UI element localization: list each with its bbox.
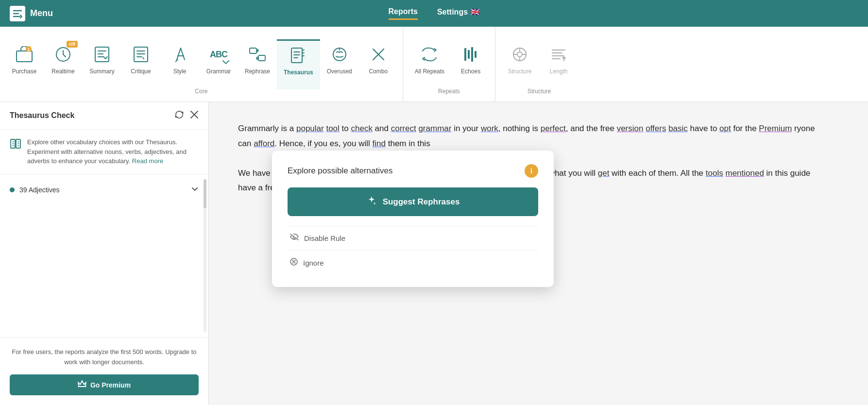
word-mentioned[interactable]: mentioned xyxy=(725,169,764,178)
popup-title: Explore possible alternatives xyxy=(288,166,392,176)
sparkle-icon xyxy=(366,195,377,208)
suggest-rephrases-button[interactable]: Suggest Rephrases xyxy=(288,187,538,216)
word-check[interactable]: check xyxy=(351,124,372,133)
summary-label: Summary xyxy=(89,68,114,75)
toolbar-item-rephrase[interactable]: Rephrase xyxy=(238,40,277,88)
menu-label: Menu xyxy=(30,8,53,18)
structure-icon xyxy=(510,45,529,64)
crown-icon xyxy=(78,380,86,389)
adjectives-label: 39 Adjectives xyxy=(19,186,60,194)
close-button[interactable] xyxy=(190,110,199,121)
eye-slash-icon xyxy=(289,233,299,243)
toolbar-item-thesaurus[interactable]: Thesaurus xyxy=(277,39,320,89)
x-circle-icon xyxy=(289,257,298,269)
toolbar-item-critique[interactable]: Critique xyxy=(121,40,160,88)
combo-label: Combo xyxy=(369,68,388,75)
combo-icon xyxy=(369,45,388,64)
word-tools-2[interactable]: tools xyxy=(706,169,723,178)
rephrase-label: Rephrase xyxy=(245,68,270,75)
critique-label: Critique xyxy=(131,68,151,75)
all-repeats-icon xyxy=(420,45,439,64)
word-version[interactable]: version xyxy=(617,124,644,133)
word-perfect[interactable]: perfect xyxy=(541,124,566,133)
popup-header: Explore possible alternatives i xyxy=(288,164,538,178)
suggest-label: Suggest Rephrases xyxy=(383,197,460,207)
svg-rect-11 xyxy=(468,50,470,59)
popup-divider-2 xyxy=(288,250,538,251)
word-get[interactable]: get xyxy=(598,169,610,178)
premium-label: Go Premium xyxy=(90,381,131,389)
content-area: Explore possible alternatives i Suggest … xyxy=(209,102,868,405)
word-correct[interactable]: correct xyxy=(391,124,416,133)
popup-card: Explore possible alternatives i Suggest … xyxy=(272,151,554,287)
svg-rect-7 xyxy=(258,55,265,61)
nav-tab-settings[interactable]: Settings 🇬🇧 xyxy=(437,7,480,20)
adjectives-list-item[interactable]: 39 Adjectives xyxy=(0,180,208,200)
echoes-icon xyxy=(461,45,480,64)
echoes-label: Echoes xyxy=(461,68,480,75)
info-icon: i xyxy=(530,167,532,175)
svg-rect-12 xyxy=(471,47,473,62)
word-find[interactable]: find xyxy=(373,139,386,148)
toolbar-item-combo[interactable]: Combo xyxy=(359,40,398,88)
sidebar-description: Explore other vocabulary choices with ou… xyxy=(0,130,208,174)
chevron-down-icon xyxy=(191,185,199,195)
toolbar-core-section: 1 Purchase Off Realtime xyxy=(0,27,403,101)
nav-tab-reports[interactable]: Reports xyxy=(388,7,417,20)
toolbar-item-summary[interactable]: Summary xyxy=(83,40,121,88)
sidebar-desc-text: Explore other vocabulary choices with ou… xyxy=(27,137,199,166)
word-offers[interactable]: offers xyxy=(646,124,666,133)
main-layout: Thesaurus Check xyxy=(0,102,868,405)
scroll-track[interactable] xyxy=(204,179,206,333)
word-basic[interactable]: basic xyxy=(668,124,688,133)
word-premium[interactable]: Premium xyxy=(759,124,792,133)
realtime-off-badge: Off xyxy=(67,41,78,48)
word-opt[interactable]: opt xyxy=(719,124,731,133)
structure-section-label: Structure xyxy=(528,88,551,95)
icon-toolbar: 1 Purchase Off Realtime xyxy=(0,27,868,102)
length-icon xyxy=(549,45,568,64)
refresh-button[interactable] xyxy=(174,110,184,121)
realtime-icon: Off xyxy=(53,45,73,64)
overused-label: Overused xyxy=(327,68,352,75)
list-item-left: 39 Adjectives xyxy=(10,186,60,194)
info-button[interactable]: i xyxy=(525,164,538,178)
toolbar-item-echoes[interactable]: Echoes xyxy=(451,40,490,88)
disable-rule-label: Disable Rule xyxy=(304,234,345,242)
sidebar-title: Thesaurus Check xyxy=(10,111,74,120)
ignore-action[interactable]: Ignore xyxy=(288,253,538,273)
svg-rect-6 xyxy=(250,48,256,53)
toolbar-item-all-repeats[interactable]: All Repeats xyxy=(408,40,451,88)
nav-center-tabs: Reports Settings 🇬🇧 xyxy=(388,7,479,20)
toolbar-item-overused[interactable]: Overused xyxy=(320,40,359,88)
overused-icon xyxy=(330,45,349,64)
scroll-thumb[interactable] xyxy=(204,179,206,208)
toolbar-item-purchase[interactable]: 1 Purchase xyxy=(5,40,44,88)
toolbar-item-realtime[interactable]: Off Realtime xyxy=(44,40,83,88)
length-label: Length xyxy=(550,68,568,75)
word-work[interactable]: work xyxy=(481,124,498,133)
toolbar-item-grammar[interactable]: ABC Grammar xyxy=(199,40,238,88)
nav-logo[interactable]: Menu xyxy=(10,6,53,21)
svg-rect-13 xyxy=(475,51,477,58)
core-section-label: Core xyxy=(195,88,207,95)
toolbar-item-length[interactable]: Length xyxy=(539,40,578,88)
toolbar-item-structure[interactable]: Structure xyxy=(500,40,539,88)
go-premium-button[interactable]: Go Premium xyxy=(10,374,199,395)
upgrade-text: For free users, the reports analyze the … xyxy=(10,347,199,368)
svg-rect-10 xyxy=(464,48,466,61)
word-afford[interactable]: afford xyxy=(254,139,274,148)
realtime-label: Realtime xyxy=(51,68,74,75)
popup-overlay: Explore possible alternatives i Suggest … xyxy=(272,151,554,287)
read-more-link[interactable]: Read more xyxy=(132,157,163,165)
thesaurus-icon xyxy=(289,46,308,65)
sidebar: Thesaurus Check xyxy=(0,102,209,405)
disable-rule-action[interactable]: Disable Rule xyxy=(288,228,538,248)
toolbar-item-style[interactable]: Style xyxy=(160,40,199,88)
sidebar-actions xyxy=(174,110,199,121)
style-icon xyxy=(170,45,189,64)
word-tool[interactable]: tool xyxy=(326,124,339,133)
grammar-icon: ABC xyxy=(209,45,228,64)
word-popular[interactable]: popular xyxy=(296,124,324,133)
word-grammar[interactable]: grammar xyxy=(418,124,451,133)
